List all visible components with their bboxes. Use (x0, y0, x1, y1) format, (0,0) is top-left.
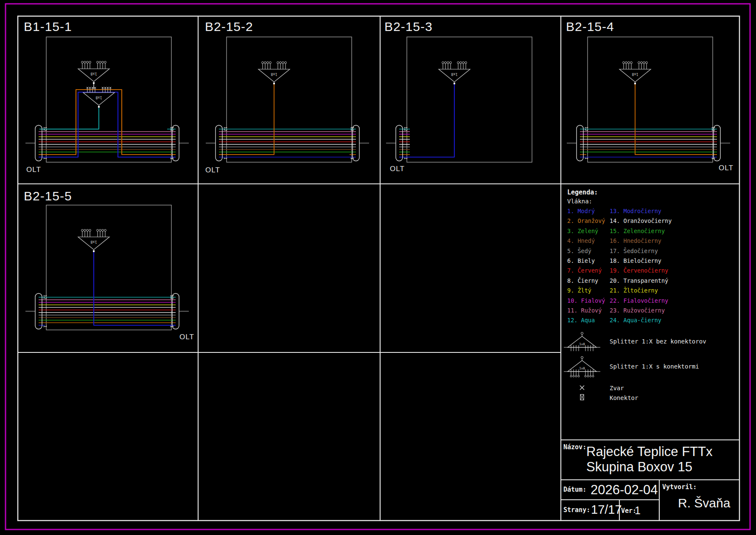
svg-text:1: 1 (403, 157, 408, 159)
svg-text:12: 12 (43, 127, 47, 131)
svg-text:12: 12 (711, 127, 715, 131)
legend-fiber-item: 3. Zelený (567, 226, 598, 236)
olt-label: OLT (179, 333, 194, 341)
svg-text:12: 12 (170, 127, 174, 131)
legend-fiber-item: 23. Ružovočierny (610, 306, 665, 315)
svg-text:12: 12 (350, 127, 354, 131)
svg-text:12: 12 (223, 127, 227, 131)
legend-fiber-item: 5. Šedý (567, 246, 591, 256)
legend-title: Legenda: (567, 189, 598, 196)
svg-text:1: 1 (170, 325, 174, 327)
legend-fiber-item: 22. Fialovočierny (610, 296, 668, 306)
legend-fiber-item: 21. Žltočierny (610, 286, 658, 296)
svg-text:12: 12 (43, 295, 47, 299)
titleblock-datum-value: 2026-02-04 (591, 482, 658, 498)
svg-text:1x8: 1x8 (632, 72, 638, 76)
legend-fiber-item: 2. Oranžový (567, 216, 605, 226)
legend-splitter-with-connectors-label: Splitter 1:X s konektormi (610, 363, 699, 370)
svg-text:1x8: 1x8 (451, 72, 457, 76)
titleblock-strany-label: Strany: (563, 506, 590, 514)
legend-konektor-label: Konektor (610, 394, 638, 401)
titleblock-datum-label: Dátum: (563, 486, 586, 493)
legend-fiber-item: 9. Žltý (567, 286, 591, 296)
legend-fiber-item: 17. Šedočierny (610, 246, 658, 256)
olt-label: OLT (26, 166, 41, 174)
legend-fiber-item: 20. Transparentný (610, 276, 668, 286)
panel-title-b2-15-4: B2-15-4 (566, 20, 614, 34)
svg-text:1: 1 (584, 157, 588, 159)
legend-fiber-item: 12. Aqua (567, 315, 595, 325)
legend-fiber-item: 8. Čierny (567, 276, 598, 286)
svg-text:1: 1 (43, 325, 47, 327)
svg-text:1x8: 1x8 (579, 366, 585, 370)
title-line-1: Rajecké Teplice FTTx (586, 444, 712, 459)
svg-text:1: 1 (711, 157, 715, 159)
svg-text:1: 1 (170, 157, 174, 159)
legend-zvar-label: Zvar (610, 385, 624, 391)
legend-fiber-item: 19. Červenočierny (610, 266, 668, 276)
titleblock-title: Rajecké Teplice FTTxSkupina Boxov 15 (586, 444, 712, 475)
panel-b2-15-4: 1211211x8 (567, 37, 730, 162)
svg-text:1x8: 1x8 (95, 96, 102, 100)
titleblock-strany-value: 17/17 (591, 503, 622, 517)
titleblock-nazov-label: Názov: (563, 443, 586, 451)
legend-fiber-item: 11. Ružový (567, 306, 602, 315)
legend-fiber-item: 7. Červený (567, 266, 602, 276)
legend-fiber-item: 4. Hnedý (567, 236, 595, 246)
panel-title-b2-15-2: B2-15-2 (205, 20, 253, 34)
legend-subtitle: Vlákna: (567, 198, 592, 205)
legend-fiber-item: 16. Hnedočierny (610, 236, 661, 246)
svg-text:1: 1 (350, 157, 354, 159)
legend-splitter-no-connectors-label: Splitter 1:X bez konektorov (610, 338, 706, 345)
panel-title-b1-15-1: B1-15-1 (24, 20, 72, 34)
titleblock-ver-label: Ver: (621, 507, 636, 515)
svg-text:12: 12 (170, 295, 174, 299)
legend-fiber-item: 6. Biely (567, 256, 595, 266)
panel-b2-15-2: 1211211x8 (206, 37, 369, 162)
svg-text:1: 1 (43, 157, 47, 159)
panel-b2-15-5: 1211211x8 (25, 205, 189, 330)
svg-text:1x8: 1x8 (579, 342, 585, 346)
svg-text:1: 1 (223, 157, 227, 159)
olt-label: OLT (205, 166, 220, 175)
legend-symbols: 1x81x8 (564, 332, 600, 400)
legend-fiber-item: 13. Modročierny (610, 206, 661, 216)
legend-fiber-item: 15. Zelenočierny (610, 226, 665, 236)
panel-title-b2-15-5: B2-15-5 (24, 189, 72, 203)
title-line-2: Skupina Boxov 15 (586, 459, 692, 474)
olt-label: OLT (390, 165, 405, 173)
svg-text:1x8: 1x8 (90, 72, 97, 76)
legend-fiber-item: 1. Modrý (567, 206, 595, 216)
olt-label: OLT (719, 164, 734, 172)
titleblock-ver-value: 1 (635, 504, 641, 517)
drawing-canvas: 1211211x81x81211211x81211x81211211x81211… (0, 0, 756, 535)
svg-text:1x8: 1x8 (271, 72, 277, 76)
legend-fiber-item: 14. Oranžovočierny (610, 216, 672, 226)
legend-fiber-item: 10. Fialový (567, 296, 605, 306)
titleblock-vytvoril-label: Vytvoril: (662, 483, 697, 491)
panel-title-b2-15-3: B2-15-3 (384, 20, 433, 34)
panel-b2-15-3: 1211x8 (386, 37, 532, 162)
titleblock-vytvoril-value: R. Švaňa (678, 496, 730, 510)
legend-fiber-item: 18. Bieločierny (610, 256, 661, 266)
panel-b1-15-1: 1211211x81x8 (25, 37, 189, 162)
svg-text:1x8: 1x8 (90, 240, 97, 244)
svg-text:12: 12 (403, 127, 408, 131)
svg-text:12: 12 (584, 127, 588, 131)
legend-fiber-item: 24. Aqua-čierny (610, 315, 661, 325)
